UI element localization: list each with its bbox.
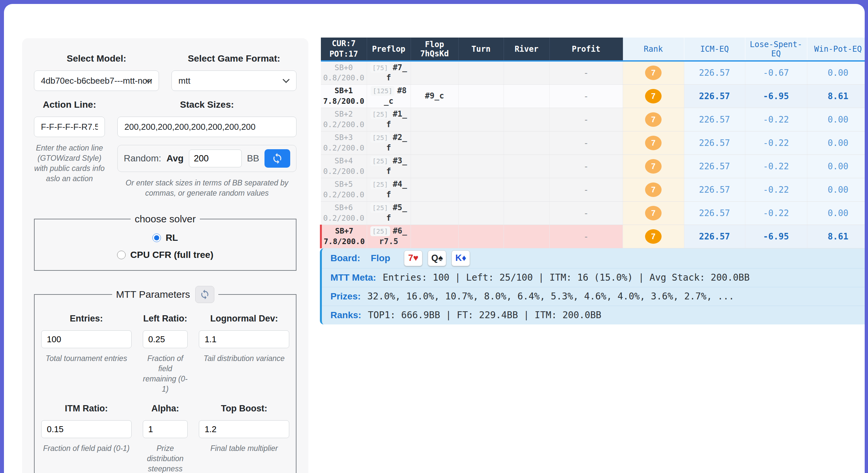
alpha-input[interactable] bbox=[143, 420, 188, 438]
flop-action-cell bbox=[411, 225, 458, 248]
select-format-label: Select Game Format: bbox=[172, 54, 297, 64]
rl-radio[interactable] bbox=[152, 234, 161, 242]
mtt-refresh-button[interactable] bbox=[195, 286, 214, 303]
profit-cell: - bbox=[550, 225, 623, 248]
position-cell: SB+4 0.2/200.0 bbox=[321, 155, 367, 178]
solver-legend: choose solver bbox=[131, 213, 199, 225]
action-line-field: Action Line: Enter the action line (GTOW… bbox=[34, 91, 105, 198]
solver-option-cpu-cfr[interactable]: CPU CFR (full tree) bbox=[41, 250, 289, 260]
generate-random-stacks-button[interactable] bbox=[265, 149, 290, 168]
rank-cell: 7 bbox=[623, 84, 684, 108]
rank-cell: 7 bbox=[623, 155, 684, 178]
turn-action-cell bbox=[458, 178, 504, 201]
main-card: Select Model: 4db70ec-b6cbeeb7---mtt-nor… bbox=[4, 4, 865, 473]
profit-cell: - bbox=[550, 61, 623, 84]
flop-action-cell bbox=[411, 131, 458, 155]
itm-ratio-hint: Fraction of field paid (0-1) bbox=[41, 443, 132, 453]
lognormal-dev-input[interactable] bbox=[199, 330, 289, 348]
top-boost-input[interactable] bbox=[199, 420, 289, 438]
solver-option-rl[interactable]: RL bbox=[41, 233, 289, 243]
table-row[interactable]: SB+4 0.2/200.0 [25]#3_f - 7 226.57 -0.22… bbox=[321, 155, 865, 178]
itm-ratio-input[interactable] bbox=[41, 420, 132, 438]
win-pot-eq-cell: 8.61 bbox=[807, 84, 865, 108]
frequency-chip: [25] bbox=[370, 156, 390, 166]
game-format-select[interactable]: mtt bbox=[172, 70, 297, 91]
table-row[interactable]: SB+1 7.8/200.0 [125]#8_c #9_c - 7 226.57… bbox=[321, 84, 865, 108]
alpha-hint: Prize distribution steepness bbox=[143, 443, 188, 473]
profit-cell: - bbox=[550, 108, 623, 131]
position-cell: SB+7 7.8/200.0 bbox=[321, 225, 367, 248]
icm-eq-cell: 226.57 bbox=[684, 225, 745, 248]
flop-action-cell bbox=[411, 61, 458, 84]
rank-cell: 7 bbox=[623, 178, 684, 201]
stack-sizes-field: Stack Sizes: Random: Avg BB Or enter sta… bbox=[117, 91, 297, 198]
preflop-header: Preflop bbox=[367, 38, 411, 61]
ranks-row: Ranks: TOP1: 666.9BB | FT: 229.4BB | ITM… bbox=[322, 306, 865, 325]
position-cell: SB+0 0.8/200.0 bbox=[321, 61, 367, 84]
left-ratio-label: Left Ratio: bbox=[143, 313, 188, 324]
prizes-row: Prizes: 32.0%, 16.0%, 10.7%, 8.0%, 6.4%,… bbox=[322, 287, 865, 306]
turn-action-cell bbox=[458, 155, 504, 178]
app-background: Select Model: 4db70ec-b6cbeeb7---mtt-nor… bbox=[0, 0, 868, 473]
win-pot-eq-cell: 8.61 bbox=[807, 225, 865, 248]
position-cell: SB+2 0.2/200.0 bbox=[321, 108, 367, 131]
win-pot-eq-cell: 0.00 bbox=[807, 131, 865, 155]
model-select[interactable]: 4db70ec-b6cbeeb7---mtt-normal-c bbox=[34, 70, 159, 91]
stack-sizes-hint: Or enter stack sizes in terms of BB sepa… bbox=[117, 178, 297, 198]
rank-cell: 7 bbox=[623, 131, 684, 155]
board-card: Q♠ bbox=[428, 250, 446, 266]
cpu-cfr-radio[interactable] bbox=[117, 251, 126, 259]
table-row[interactable]: SB+5 0.2/200.0 [25]#4_f - 7 226.57 -0.22… bbox=[321, 178, 865, 201]
board-label: Board: bbox=[331, 253, 360, 264]
table-row[interactable]: SB+3 0.2/200.0 [25]#2_f - 7 226.57 -0.22… bbox=[321, 131, 865, 155]
flop-action-cell: #9_c bbox=[411, 84, 458, 108]
bb-unit-label: BB bbox=[247, 153, 259, 164]
icm-eq-cell: 226.57 bbox=[684, 108, 745, 131]
top-boost-hint: Final table multiplier bbox=[199, 443, 289, 453]
action-line-input[interactable] bbox=[34, 116, 105, 137]
lognormal-dev-label: Lognormal Dev: bbox=[199, 313, 289, 324]
river-action-cell bbox=[504, 108, 550, 131]
rank-cell: 7 bbox=[623, 61, 684, 84]
alpha-label: Alpha: bbox=[143, 404, 188, 414]
table-row[interactable]: SB+7 7.8/200.0 [25]#6_r7.5 - 7 226.57 -6… bbox=[321, 225, 865, 248]
board-row: Board: Flop 7♥Q♠K♦ bbox=[322, 248, 865, 268]
refresh-icon bbox=[199, 289, 210, 300]
river-action-cell bbox=[504, 84, 550, 108]
top-boost-label: Top Boost: bbox=[199, 404, 289, 414]
river-action-cell bbox=[504, 225, 550, 248]
lose-spent-eq-cell: -0.22 bbox=[745, 201, 807, 225]
strategy-table-area: CUR:7 POT:17 Preflop Flop 7hQsKd Turn Ri… bbox=[320, 38, 865, 325]
entries-label: Entries: bbox=[41, 313, 132, 324]
table-row[interactable]: SB+6 0.2/200.0 [25]#5_f - 7 226.57 -0.22… bbox=[321, 201, 865, 225]
itm-ratio-label: ITM Ratio: bbox=[41, 404, 132, 414]
profit-cell: - bbox=[550, 131, 623, 155]
entries-input[interactable] bbox=[41, 330, 132, 348]
lose-spent-eq-cell: -0.22 bbox=[745, 108, 807, 131]
mtt-parameters-fieldset: MTT Parameters Entries: Total tournament… bbox=[34, 286, 297, 473]
lose-spent-eq-cell: -6.95 bbox=[745, 84, 807, 108]
preflop-action-cell: [75]#7_f bbox=[367, 61, 411, 84]
lose-spent-eq-cell: -0.22 bbox=[745, 178, 807, 201]
table-row[interactable]: SB+2 0.2/200.0 [25]#1_f - 7 226.57 -0.22… bbox=[321, 108, 865, 131]
mtt-meta-text: Entries: 100 | Left: 25/100 | ITM: 16 (1… bbox=[382, 272, 750, 283]
alpha-field: Alpha: Prize distribution steepness bbox=[143, 394, 188, 473]
table-row[interactable]: SB+0 0.8/200.0 [75]#7_f - 7 226.57 -0.67… bbox=[321, 61, 865, 84]
preflop-action-cell: [25]#3_f bbox=[367, 155, 411, 178]
preflop-action-cell: [125]#8_c bbox=[367, 84, 411, 108]
icm-eq-cell: 226.57 bbox=[684, 131, 745, 155]
win-pot-eq-cell: 0.00 bbox=[807, 108, 865, 131]
random-avg-input[interactable] bbox=[189, 149, 242, 167]
top-boost-field: Top Boost: Final table multiplier bbox=[199, 394, 289, 473]
action-line-hint: Enter the action line (GTOWizard Style) … bbox=[34, 143, 105, 184]
lognormal-dev-field: Lognormal Dev: Tail distribution varianc… bbox=[199, 304, 289, 394]
stack-sizes-input[interactable] bbox=[117, 116, 297, 137]
preflop-action-cell: [25]#4_f bbox=[367, 178, 411, 201]
flop-action-cell bbox=[411, 108, 458, 131]
left-ratio-input[interactable] bbox=[143, 330, 188, 348]
lose-spent-eq-cell: -6.95 bbox=[745, 225, 807, 248]
strategy-table-body: SB+0 0.8/200.0 [75]#7_f - 7 226.57 -0.67… bbox=[321, 61, 865, 248]
left-ratio-field: Left Ratio: Fraction of field remaining … bbox=[143, 304, 188, 394]
position-cell: SB+3 0.2/200.0 bbox=[321, 131, 367, 155]
icm-eq-cell: 226.57 bbox=[684, 178, 745, 201]
